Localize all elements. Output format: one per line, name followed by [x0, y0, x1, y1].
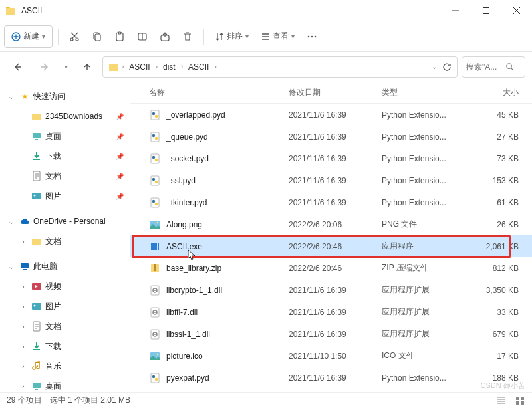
- col-date[interactable]: 修改日期: [289, 87, 382, 98]
- file-row[interactable]: libcrypto-1_1.dll2021/11/6 16:39应用程序扩展3,…: [130, 279, 532, 301]
- file-size: 27 KB: [472, 132, 532, 142]
- navbar: ▾ › ASCII › dist › ASCII › ⌄: [0, 52, 532, 82]
- file-name: libssl-1_1.dll: [166, 330, 289, 339]
- col-size[interactable]: 大小: [472, 87, 532, 98]
- file-type: Python Extensio...: [382, 373, 472, 383]
- paste-button[interactable]: [109, 25, 130, 48]
- more-button[interactable]: [301, 25, 323, 48]
- chevron-right-icon: ›: [181, 63, 183, 70]
- sidebar-item[interactable]: ›音乐: [0, 356, 130, 376]
- pin-icon: 📌: [115, 173, 124, 180]
- breadcrumb[interactable]: dist: [160, 62, 178, 72]
- file-row[interactable]: picture.ico2021/11/10 1:50ICO 文件17 KB: [130, 345, 532, 367]
- file-row[interactable]: base_library.zip2022/2/6 20:46ZIP 压缩文件81…: [130, 257, 532, 279]
- svg-rect-26: [33, 349, 40, 350]
- share-button[interactable]: [154, 25, 176, 48]
- maximize-button[interactable]: [471, 0, 501, 21]
- svg-point-43: [155, 136, 158, 139]
- file-name: libcrypto-1_1.dll: [166, 286, 289, 295]
- sidebar-thispc[interactable]: ⌵此电脑: [0, 256, 130, 276]
- chevron-down-icon: ▾: [42, 33, 45, 40]
- sidebar-item[interactable]: ›文档: [0, 231, 130, 251]
- sidebar-quick-access[interactable]: ⌵★快速访问: [0, 86, 130, 106]
- col-type[interactable]: 类型: [382, 87, 472, 98]
- refresh-button[interactable]: [442, 62, 452, 72]
- sidebar-item[interactable]: ›桌面: [0, 376, 130, 392]
- file-row[interactable]: _ssl.pyd2021/11/6 16:39Python Extensio..…: [130, 169, 532, 191]
- file-row[interactable]: pyexpat.pyd2021/11/6 16:39Python Extensi…: [130, 367, 532, 389]
- file-row[interactable]: libssl-1_1.dll2021/11/6 16:39应用程序扩展679 K…: [130, 323, 532, 345]
- view-button[interactable]: 查看 ▾: [255, 25, 300, 48]
- new-button[interactable]: 新建 ▾: [4, 25, 53, 48]
- file-type: 应用程序扩展: [382, 306, 472, 318]
- sidebar-item[interactable]: ›文档: [0, 316, 130, 336]
- forward-button[interactable]: [33, 56, 56, 78]
- sidebar-onedrive[interactable]: ⌵OneDrive - Personal: [0, 211, 130, 231]
- sort-button[interactable]: 排序 ▾: [209, 25, 254, 48]
- file-date: 2022/2/6 20:06: [289, 220, 382, 229]
- file-row[interactable]: _queue.pyd2021/11/6 16:39Python Extensio…: [130, 126, 532, 148]
- folder-icon: [31, 110, 43, 122]
- cut-button[interactable]: [64, 25, 85, 48]
- file-row[interactable]: _overlapped.pyd2021/11/6 16:39Python Ext…: [130, 104, 532, 126]
- delete-button[interactable]: [177, 25, 198, 48]
- history-chevron[interactable]: ▾: [60, 56, 72, 78]
- file-icon: [149, 109, 161, 121]
- file-date: 2021/11/6 16:39: [289, 373, 382, 383]
- svg-rect-15: [35, 139, 38, 140]
- close-button[interactable]: [501, 0, 532, 21]
- search-box[interactable]: [462, 56, 525, 78]
- col-name[interactable]: 名称: [149, 87, 289, 98]
- file-row[interactable]: ASCII.exe2022/2/6 20:46应用程序2,061 KB: [130, 235, 532, 257]
- file-row[interactable]: _tkinter.pyd2021/11/6 16:39Python Extens…: [130, 191, 532, 213]
- back-button[interactable]: [7, 56, 29, 78]
- file-row[interactable]: _socket.pyd2021/11/6 16:39Python Extensi…: [130, 148, 532, 169]
- up-button[interactable]: [76, 56, 98, 78]
- details-view-icon[interactable]: [496, 395, 507, 406]
- address-bar[interactable]: › ASCII › dist › ASCII › ⌄: [102, 56, 458, 78]
- breadcrumb[interactable]: ASCII: [186, 62, 211, 72]
- svg-point-54: [157, 221, 159, 223]
- sidebar-item[interactable]: 桌面📌: [0, 126, 130, 146]
- copy-button[interactable]: [86, 25, 108, 48]
- file-icon: [149, 219, 161, 231]
- sidebar-item[interactable]: 图片📌: [0, 186, 130, 206]
- breadcrumb[interactable]: ASCII: [126, 62, 152, 72]
- window-title: ASCII: [21, 6, 42, 15]
- svg-rect-72: [151, 373, 159, 383]
- svg-rect-28: [35, 389, 38, 390]
- chevron-right-icon: ›: [19, 238, 28, 245]
- chevron-down-icon[interactable]: ⌄: [432, 63, 437, 70]
- file-row[interactable]: python310.dll2021/11/6 16:39应用程序扩展4,347 …: [130, 389, 532, 392]
- sidebar-item[interactable]: ›下载: [0, 336, 130, 356]
- svg-point-3: [76, 38, 78, 41]
- file-type: Python Extensio...: [382, 198, 472, 207]
- file-icon: [149, 153, 161, 165]
- folder-icon: [31, 170, 43, 182]
- svg-rect-55: [151, 243, 154, 250]
- minimize-button[interactable]: [440, 0, 471, 21]
- chevron-right-icon: ›: [19, 303, 28, 310]
- pin-icon: 📌: [115, 113, 124, 120]
- folder-icon: [31, 150, 43, 162]
- sidebar-item[interactable]: 文档📌: [0, 166, 130, 186]
- file-type: ICO 文件: [382, 350, 472, 361]
- rename-button[interactable]: [132, 25, 153, 48]
- file-type: 应用程序扩展: [382, 328, 472, 340]
- file-list: 名称 修改日期 类型 大小 _overlapped.pyd2021/11/6 1…: [130, 82, 532, 392]
- file-type: Python Extensio...: [382, 132, 472, 142]
- column-headers[interactable]: 名称 修改日期 类型 大小: [130, 82, 532, 104]
- file-date: 2021/11/6 16:39: [289, 308, 382, 317]
- sidebar-item[interactable]: 2345Downloads📌: [0, 106, 130, 126]
- file-icon: [149, 306, 161, 318]
- sidebar-item[interactable]: ›视频: [0, 276, 130, 296]
- file-size: 17 KB: [472, 352, 532, 361]
- sidebar-item[interactable]: 下载📌: [0, 146, 130, 166]
- search-input[interactable]: [466, 62, 503, 72]
- file-row[interactable]: Along.png2022/2/6 20:06PNG 文件26 KB: [130, 213, 532, 235]
- svg-point-60: [154, 269, 156, 271]
- sidebar-item[interactable]: ›图片: [0, 296, 130, 316]
- file-row[interactable]: libffi-7.dll2021/11/6 16:39应用程序扩展33 KB: [130, 301, 532, 323]
- tiles-view-icon[interactable]: [515, 395, 525, 406]
- chevron-right-icon: ›: [214, 63, 216, 70]
